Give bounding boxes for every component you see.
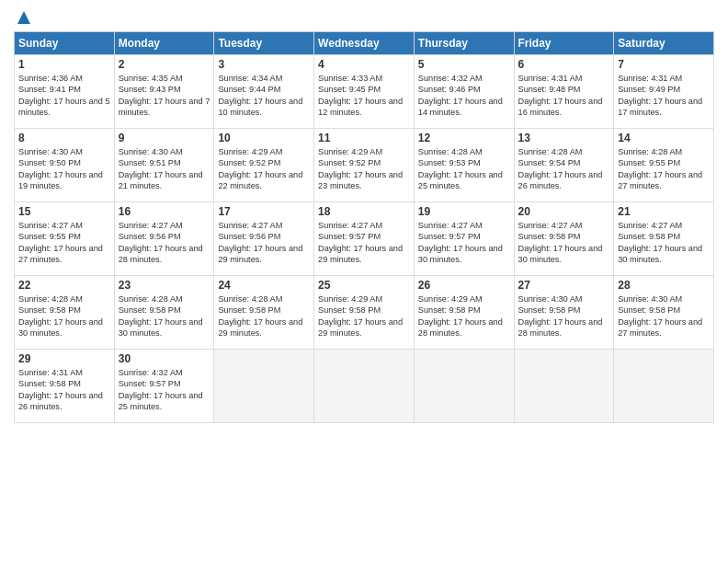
cell-content: Sunrise: 4:28 AMSunset: 9:58 PMDaylight:…	[218, 293, 310, 339]
daylight-label: Daylight: 17 hours and 21 minutes.	[119, 170, 203, 190]
sunrise-label: Sunrise: 4:28 AM	[618, 147, 682, 156]
cell-content: Sunrise: 4:28 AMSunset: 9:58 PMDaylight:…	[18, 293, 110, 339]
calendar-cell: 30Sunrise: 4:32 AMSunset: 9:57 PMDayligh…	[114, 350, 214, 423]
sunrise-label: Sunrise: 4:30 AM	[18, 147, 83, 156]
cell-content: Sunrise: 4:27 AMSunset: 9:55 PMDaylight:…	[18, 220, 110, 266]
daylight-label: Daylight: 17 hours and 22 minutes.	[218, 170, 302, 190]
daylight-label: Daylight: 17 hours and 25 minutes.	[119, 391, 203, 411]
cell-content: Sunrise: 4:31 AMSunset: 9:49 PMDaylight:…	[618, 73, 710, 119]
cell-content: Sunrise: 4:29 AMSunset: 9:52 PMDaylight:…	[218, 146, 310, 192]
daylight-label: Daylight: 17 hours and 12 minutes.	[318, 97, 403, 117]
day-number: 18	[318, 205, 410, 218]
daylight-label: Daylight: 17 hours and 27 minutes.	[18, 244, 103, 264]
sunrise-label: Sunrise: 4:27 AM	[119, 221, 183, 230]
day-number: 16	[119, 205, 210, 218]
sunset-label: Sunset: 9:44 PM	[218, 85, 280, 94]
sunrise-label: Sunrise: 4:28 AM	[518, 147, 583, 156]
sunset-label: Sunset: 9:57 PM	[119, 379, 181, 388]
sunset-label: Sunset: 9:50 PM	[18, 158, 81, 167]
sunrise-label: Sunrise: 4:28 AM	[119, 294, 183, 304]
cell-content: Sunrise: 4:32 AMSunset: 9:46 PMDaylight:…	[418, 73, 510, 119]
calendar-cell: 2Sunrise: 4:35 AMSunset: 9:43 PMDaylight…	[114, 55, 214, 129]
calendar-cell: 25Sunrise: 4:29 AMSunset: 9:58 PMDayligh…	[314, 276, 415, 350]
calendar-cell: 11Sunrise: 4:29 AMSunset: 9:52 PMDayligh…	[314, 129, 415, 202]
sunset-label: Sunset: 9:41 PM	[18, 85, 81, 94]
calendar-cell	[614, 350, 714, 423]
calendar-cell: 20Sunrise: 4:27 AMSunset: 9:58 PMDayligh…	[514, 202, 614, 276]
cell-content: Sunrise: 4:35 AMSunset: 9:43 PMDaylight:…	[119, 73, 210, 119]
daylight-label: Daylight: 17 hours and 29 minutes.	[218, 317, 302, 338]
cell-content: Sunrise: 4:30 AMSunset: 9:50 PMDaylight:…	[18, 146, 110, 192]
sunset-label: Sunset: 9:51 PM	[119, 158, 181, 167]
sunrise-label: Sunrise: 4:34 AM	[218, 74, 282, 83]
cell-content: Sunrise: 4:28 AMSunset: 9:58 PMDaylight:…	[119, 293, 210, 339]
sunset-label: Sunset: 9:57 PM	[318, 232, 381, 241]
weekday-header-friday: Friday	[514, 32, 614, 55]
sunrise-label: Sunrise: 4:29 AM	[318, 294, 382, 304]
sunrise-label: Sunrise: 4:33 AM	[318, 74, 382, 83]
page-header	[14, 9, 714, 26]
sunset-label: Sunset: 9:58 PM	[418, 305, 481, 315]
calendar-cell: 3Sunrise: 4:34 AMSunset: 9:44 PMDaylight…	[214, 55, 314, 129]
sunrise-label: Sunrise: 4:35 AM	[119, 74, 183, 83]
daylight-label: Daylight: 17 hours and 30 minutes.	[18, 317, 103, 338]
daylight-label: Daylight: 17 hours and 14 minutes.	[418, 97, 503, 117]
sunrise-label: Sunrise: 4:29 AM	[318, 147, 382, 156]
day-number: 23	[119, 279, 210, 292]
sunrise-label: Sunrise: 4:32 AM	[418, 74, 483, 83]
daylight-label: Daylight: 17 hours and 30 minutes.	[418, 244, 503, 264]
sunrise-label: Sunrise: 4:27 AM	[518, 221, 583, 230]
calendar-cell: 29Sunrise: 4:31 AMSunset: 9:58 PMDayligh…	[15, 350, 115, 423]
day-number: 28	[618, 279, 710, 292]
day-number: 26	[418, 279, 510, 292]
sunset-label: Sunset: 9:58 PM	[119, 305, 181, 315]
sunrise-label: Sunrise: 4:27 AM	[418, 221, 483, 230]
calendar-cell: 23Sunrise: 4:28 AMSunset: 9:58 PMDayligh…	[114, 276, 214, 350]
day-number: 22	[18, 279, 110, 292]
daylight-label: Daylight: 17 hours and 27 minutes.	[618, 317, 702, 338]
sunset-label: Sunset: 9:53 PM	[418, 158, 481, 167]
cell-content: Sunrise: 4:34 AMSunset: 9:44 PMDaylight:…	[218, 73, 310, 119]
daylight-label: Daylight: 17 hours and 30 minutes.	[518, 244, 603, 264]
sunrise-label: Sunrise: 4:31 AM	[518, 74, 583, 83]
calendar-cell: 26Sunrise: 4:29 AMSunset: 9:58 PMDayligh…	[414, 276, 514, 350]
calendar-cell: 12Sunrise: 4:28 AMSunset: 9:53 PMDayligh…	[414, 129, 514, 202]
calendar-cell: 24Sunrise: 4:28 AMSunset: 9:58 PMDayligh…	[214, 276, 314, 350]
calendar-week-3: 15Sunrise: 4:27 AMSunset: 9:55 PMDayligh…	[15, 202, 714, 276]
calendar-cell	[214, 350, 314, 423]
sunset-label: Sunset: 9:58 PM	[518, 232, 581, 241]
cell-content: Sunrise: 4:27 AMSunset: 9:56 PMDaylight:…	[218, 220, 310, 266]
day-number: 12	[418, 132, 510, 144]
sunset-label: Sunset: 9:52 PM	[218, 158, 280, 167]
sunrise-label: Sunrise: 4:28 AM	[418, 147, 483, 156]
daylight-label: Daylight: 17 hours and 28 minutes.	[119, 244, 203, 264]
calendar-cell: 7Sunrise: 4:31 AMSunset: 9:49 PMDaylight…	[614, 55, 714, 129]
daylight-label: Daylight: 17 hours and 19 minutes.	[18, 170, 103, 190]
calendar-cell: 6Sunrise: 4:31 AMSunset: 9:48 PMDaylight…	[514, 55, 614, 129]
calendar-cell: 14Sunrise: 4:28 AMSunset: 9:55 PMDayligh…	[614, 129, 714, 202]
day-number: 29	[18, 352, 110, 365]
calendar-cell: 10Sunrise: 4:29 AMSunset: 9:52 PMDayligh…	[214, 129, 314, 202]
sunset-label: Sunset: 9:58 PM	[218, 305, 280, 315]
cell-content: Sunrise: 4:31 AMSunset: 9:58 PMDaylight:…	[18, 367, 110, 413]
daylight-label: Daylight: 17 hours and 5 minutes.	[18, 97, 110, 117]
sunrise-label: Sunrise: 4:30 AM	[618, 294, 682, 304]
calendar-week-2: 8Sunrise: 4:30 AMSunset: 9:50 PMDaylight…	[15, 129, 714, 202]
day-number: 17	[218, 205, 310, 218]
cell-content: Sunrise: 4:29 AMSunset: 9:58 PMDaylight:…	[318, 293, 410, 339]
calendar-cell: 22Sunrise: 4:28 AMSunset: 9:58 PMDayligh…	[15, 276, 115, 350]
sunrise-label: Sunrise: 4:36 AM	[18, 74, 83, 83]
day-number: 9	[119, 132, 210, 144]
daylight-label: Daylight: 17 hours and 29 minutes.	[218, 244, 302, 264]
logo	[14, 9, 32, 26]
daylight-label: Daylight: 17 hours and 27 minutes.	[618, 170, 702, 190]
day-number: 27	[518, 279, 610, 292]
calendar-cell	[414, 350, 514, 423]
cell-content: Sunrise: 4:27 AMSunset: 9:56 PMDaylight:…	[119, 220, 210, 266]
calendar-cell: 1Sunrise: 4:36 AMSunset: 9:41 PMDaylight…	[15, 55, 115, 129]
day-number: 7	[618, 58, 710, 71]
sunrise-label: Sunrise: 4:30 AM	[119, 147, 183, 156]
cell-content: Sunrise: 4:33 AMSunset: 9:45 PMDaylight:…	[318, 73, 410, 119]
sunrise-label: Sunrise: 4:27 AM	[618, 221, 682, 230]
daylight-label: Daylight: 17 hours and 16 minutes.	[518, 97, 603, 117]
